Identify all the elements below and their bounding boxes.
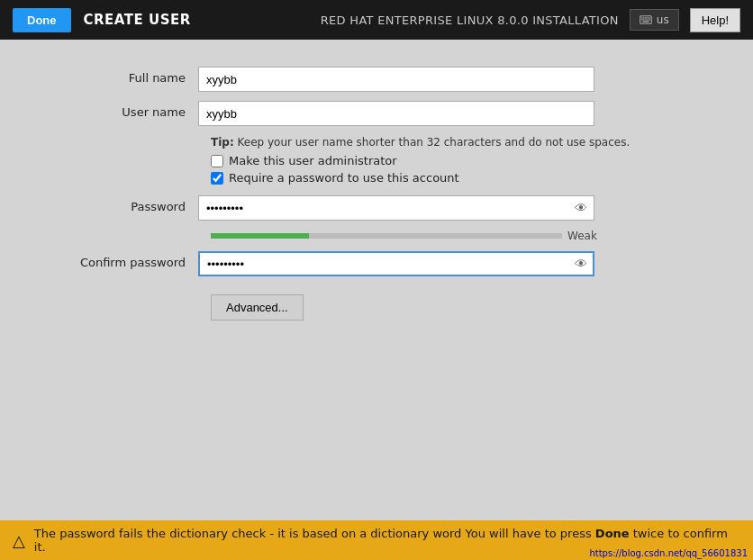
confirm-password-input-area: 👁 <box>198 251 699 276</box>
svg-rect-11 <box>642 21 649 22</box>
confirm-password-row: Confirm password 👁 <box>54 251 699 276</box>
page-title: CREATE USER <box>84 12 191 28</box>
svg-rect-5 <box>649 17 649 18</box>
confirm-password-toggle-icon[interactable]: 👁 <box>575 257 587 271</box>
svg-rect-7 <box>643 19 644 20</box>
username-row: User name <box>54 101 699 126</box>
fullname-input[interactable] <box>198 67 594 92</box>
keyboard-icon <box>640 15 652 24</box>
password-input-area: 👁 <box>198 195 699 221</box>
svg-rect-10 <box>649 19 649 20</box>
header: Done CREATE USER RED HAT ENTERPRISE LINU… <box>0 0 753 40</box>
fullname-row: Full name <box>54 67 699 92</box>
password-wrapper: 👁 <box>198 195 594 221</box>
svg-rect-3 <box>645 17 646 18</box>
confirm-password-wrapper: 👁 <box>198 251 594 276</box>
keyboard-indicator[interactable]: us <box>630 9 679 31</box>
warning-bar: △ The password fails the dictionary chec… <box>0 520 753 560</box>
make-admin-row: Make this user administrator <box>54 154 699 167</box>
make-admin-label[interactable]: Make this user administrator <box>229 154 397 167</box>
username-input[interactable] <box>198 101 594 126</box>
strength-bar-container <box>211 233 562 239</box>
header-left: Done CREATE USER <box>13 8 191 32</box>
fullname-label: Full name <box>54 67 198 85</box>
strength-row: Weak <box>54 230 699 242</box>
username-input-area <box>198 101 699 126</box>
password-input[interactable] <box>198 195 594 221</box>
advanced-button[interactable]: Advanced... <box>211 294 304 321</box>
svg-rect-8 <box>645 19 646 20</box>
make-admin-checkbox[interactable] <box>211 155 223 167</box>
svg-rect-4 <box>647 17 648 18</box>
require-password-label[interactable]: Require a password to use this account <box>229 171 459 185</box>
warning-url: https://blog.csdn.net/qq_56601831 <box>589 548 748 558</box>
strength-bar-fill <box>211 233 309 239</box>
header-right: RED HAT ENTERPRISE LINUX 8.0.0 INSTALLAT… <box>321 8 740 32</box>
password-label: Password <box>54 195 198 213</box>
help-button[interactable]: Help! <box>690 8 740 32</box>
tip-row: Tip: Keep your user name shorter than 32… <box>54 135 699 149</box>
fullname-input-area <box>198 67 699 92</box>
username-label: User name <box>54 101 198 119</box>
password-row: Password 👁 <box>54 195 699 221</box>
warning-text-bold: Done <box>595 527 630 540</box>
done-button[interactable]: Done <box>13 8 71 32</box>
svg-rect-2 <box>643 17 644 18</box>
require-password-checkbox[interactable] <box>211 172 223 185</box>
tip-bold: Tip: <box>211 136 234 149</box>
main-content: Full name User name Tip: Keep your user … <box>0 40 753 520</box>
confirm-password-label: Confirm password <box>54 251 198 269</box>
strength-label: Weak <box>567 230 597 242</box>
warning-text-before: The password fails the dictionary check … <box>34 527 595 540</box>
tip-text: Tip: Keep your user name shorter than 32… <box>211 136 630 149</box>
svg-rect-9 <box>647 19 648 20</box>
keyboard-layout-label: us <box>657 14 669 26</box>
password-toggle-icon[interactable]: 👁 <box>575 201 587 215</box>
require-password-row: Require a password to use this account <box>54 171 699 185</box>
confirm-password-input[interactable] <box>198 251 594 276</box>
tip-content: Keep your user name shorter than 32 char… <box>234 136 631 149</box>
install-title: RED HAT ENTERPRISE LINUX 8.0.0 INSTALLAT… <box>321 14 619 27</box>
svg-rect-1 <box>641 17 642 18</box>
svg-rect-6 <box>641 19 642 20</box>
warning-icon: △ <box>13 531 25 550</box>
